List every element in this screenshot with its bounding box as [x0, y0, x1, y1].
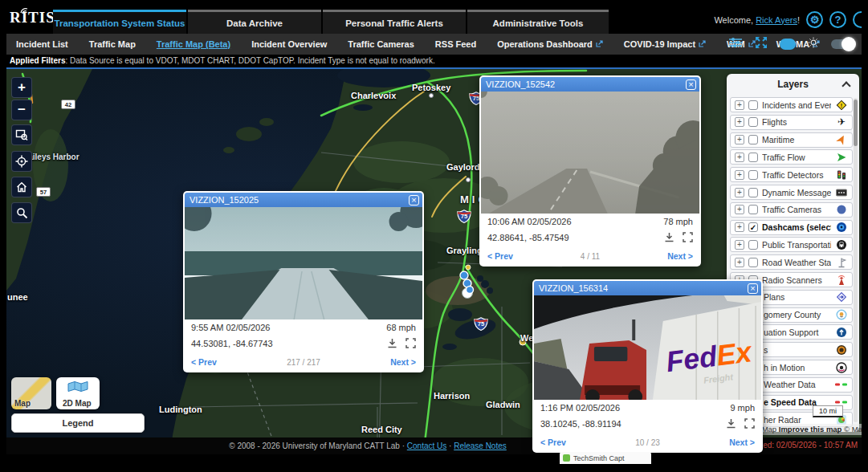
expand-plus-icon[interactable]: +: [735, 117, 744, 127]
expand-plus-icon[interactable]: +: [735, 222, 744, 232]
layer-row-flights[interactable]: +Flights✈: [730, 115, 853, 130]
image-counter: 4 / 11: [581, 252, 600, 261]
fullscreen-icon[interactable]: [405, 338, 416, 350]
home-button[interactable]: [11, 177, 32, 197]
brightness-icon[interactable]: [808, 37, 819, 51]
expand-plus-icon[interactable]: +: [735, 100, 744, 110]
techsmith-capture-notification[interactable]: TechSmith Capt: [560, 452, 651, 464]
layer-row-public-transportation[interactable]: +Public Transportation: [730, 237, 853, 252]
close-icon[interactable]: ×: [686, 79, 696, 90]
city-label-gladwin: Gladwin: [486, 400, 520, 409]
layer-row-dashcams-select-se[interactable]: +✓Dashcams (select se...: [730, 220, 853, 235]
nav-covid-19-impact[interactable]: COVID-19 Impact: [624, 39, 706, 49]
release-notes-link[interactable]: Release Notes: [454, 441, 507, 450]
expand-plus-icon[interactable]: +: [735, 170, 744, 180]
layer-row-incidents-and-events[interactable]: +Incidents and Events!: [730, 97, 853, 112]
legend-button[interactable]: Legend: [11, 413, 145, 433]
layer-row-dynamic-message-signs[interactable]: +Dynamic Message Signs: [730, 185, 853, 200]
close-icon[interactable]: ×: [409, 195, 419, 205]
search-button[interactable]: [11, 202, 32, 223]
layer-label: s: [764, 345, 831, 355]
expand-plus-icon[interactable]: +: [735, 188, 744, 197]
ritis-logo[interactable]: RITIS: [10, 9, 58, 33]
zoom-out-button[interactable]: −: [11, 100, 32, 120]
layer-row-traffic-flow[interactable]: +Traffic Flow: [730, 149, 853, 165]
expand-plus-icon[interactable]: +: [735, 205, 744, 214]
fullscreen-icon[interactable]: [744, 418, 755, 430]
evac-layer-icon: [835, 327, 848, 338]
box-zoom-button[interactable]: [11, 124, 32, 145]
image-counter: 217 / 217: [287, 358, 320, 367]
expand-plus-icon[interactable]: +: [735, 135, 744, 144]
expand-plus-icon[interactable]: +: [735, 240, 744, 250]
dashes-layer-icon: [835, 399, 848, 405]
nav-incident-overview[interactable]: Incident Overview: [251, 39, 327, 49]
copyright-text: © 2008 - 2026 University of Maryland CAT…: [229, 441, 400, 450]
2d-map-button[interactable]: 2D Map: [56, 377, 100, 409]
nav-incident-list[interactable]: Incident List: [16, 39, 68, 49]
nav-traffic-map-beta[interactable]: Traffic Map (Beta): [157, 39, 230, 49]
nav-rss-feed[interactable]: RSS Feed: [435, 39, 476, 49]
2d-map-label: 2D Map: [63, 399, 92, 408]
next-button[interactable]: Next >: [390, 357, 416, 367]
layer-checkbox[interactable]: [748, 205, 758, 214]
basemap-style-button[interactable]: Map: [11, 377, 51, 409]
expand-plus-icon[interactable]: +: [735, 153, 744, 162]
download-icon[interactable]: [664, 232, 674, 244]
close-icon[interactable]: ×: [748, 283, 758, 294]
help-icon[interactable]: ?: [829, 11, 846, 28]
layer-checkbox[interactable]: [748, 188, 758, 197]
layer-row-road-weather-stations[interactable]: +Road Weather Stations: [730, 254, 853, 270]
prev-button[interactable]: < Prev: [540, 437, 566, 447]
layer-checkbox[interactable]: [748, 153, 758, 162]
layer-row-traffic-cameras[interactable]: +Traffic Cameras: [730, 202, 853, 218]
timestamp: 9:55 AM 02/05/2026: [191, 323, 270, 332]
expand-plus-icon[interactable]: +: [735, 258, 744, 267]
layer-checkbox[interactable]: ✓: [748, 222, 758, 232]
chat-icon[interactable]: [780, 39, 796, 50]
nav-operations-dashboard[interactable]: Operations Dashboard: [497, 39, 603, 49]
prev-button[interactable]: < Prev: [191, 357, 217, 367]
layer-checkbox[interactable]: [748, 117, 758, 127]
download-icon[interactable]: [387, 338, 397, 350]
layer-row-traffic-detectors[interactable]: +Traffic Detectors: [730, 167, 853, 182]
zoom-in-button[interactable]: +: [11, 77, 32, 98]
locate-button[interactable]: [11, 151, 32, 172]
improve-map-link[interactable]: Improve this map: [779, 425, 842, 433]
layer-checkbox[interactable]: [748, 135, 758, 144]
contact-us-link[interactable]: Contact Us: [407, 441, 446, 450]
tab-personal-traffic-alerts[interactable]: Personal Traffic Alerts: [323, 10, 466, 34]
popup-titlebar[interactable]: VIZZION_152025 ×: [185, 193, 422, 207]
filter-sliders-icon[interactable]: [728, 37, 743, 51]
theme-toggle[interactable]: [831, 39, 854, 49]
fullscreen-icon[interactable]: [683, 232, 693, 244]
download-icon[interactable]: [726, 418, 736, 430]
map-toolbar: Incident ListTraffic MapTraffic Map (Bet…: [6, 34, 862, 55]
prev-button[interactable]: < Prev: [487, 251, 513, 261]
nav-traffic-cameras[interactable]: Traffic Cameras: [348, 39, 414, 49]
dashcam-image: FedEx Freight: [534, 295, 761, 400]
tab-administrative-tools[interactable]: Administrative Tools: [467, 10, 609, 34]
panel-scrollbar-thumb[interactable]: [854, 100, 858, 146]
dashcam-image: [185, 207, 422, 319]
radio-waves-icon: [19, 6, 31, 14]
next-button[interactable]: Next >: [667, 251, 693, 261]
tab-transportation-system-status[interactable]: Transportation System Status: [53, 10, 186, 34]
layer-checkbox[interactable]: [748, 170, 758, 180]
layer-checkbox[interactable]: [748, 240, 758, 250]
layer-label: Flights: [762, 117, 831, 127]
settings-gear-icon[interactable]: ⚙: [806, 11, 823, 28]
layer-row-maritime[interactable]: +Maritime: [730, 132, 853, 148]
next-button[interactable]: Next >: [729, 437, 755, 447]
popup-titlebar[interactable]: VIZZION_152542 ×: [481, 77, 699, 92]
account-icon[interactable]: [853, 11, 862, 28]
applied-filters-text: : Data Source is equal to VDOT, MDOT CHA…: [65, 56, 434, 65]
layer-checkbox[interactable]: [748, 100, 758, 110]
popup-titlebar[interactable]: VIZZION_156314 ×: [534, 281, 761, 295]
panel-scrollbar[interactable]: [854, 98, 858, 422]
nav-traffic-map[interactable]: Traffic Map: [89, 39, 136, 49]
layer-checkbox[interactable]: [748, 258, 758, 267]
tab-data-archive[interactable]: Data Archive: [188, 10, 321, 34]
user-link[interactable]: Rick Ayers: [756, 15, 797, 25]
fullscreen-expand-icon[interactable]: [755, 36, 768, 52]
